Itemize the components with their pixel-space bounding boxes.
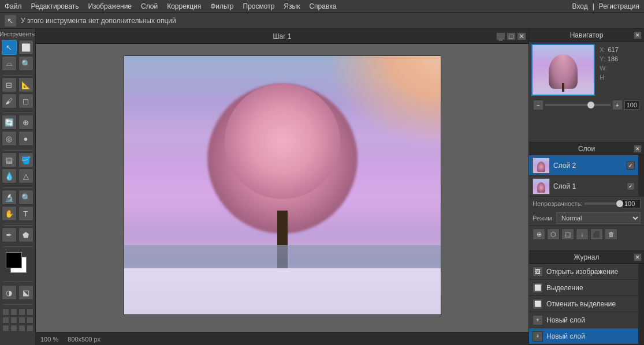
navigator-close[interactable]: ✕ — [634, 31, 642, 39]
x-label: X: — [600, 46, 605, 53]
mode-controls: Режим: Normal Multiply Screen Overlay — [529, 211, 644, 226]
journal-icon-1: 🖼 — [533, 267, 543, 277]
mode-sq-8[interactable] — [27, 317, 33, 324]
tool-screen[interactable]: ⬕ — [18, 285, 33, 300]
journal-text-1: Открыть изображение — [546, 268, 618, 276]
layer-row-1[interactable]: Слой 1 ✓ — [529, 176, 638, 197]
menu-image[interactable]: Изображение — [83, 1, 136, 12]
layers-title: Слои — [578, 145, 595, 153]
journal-icon-3: ⬜ — [533, 299, 543, 309]
menu-help[interactable]: Справка — [304, 1, 341, 12]
tool-burn[interactable]: ● — [18, 131, 33, 146]
tool-shape[interactable]: ⬟ — [18, 227, 33, 242]
toolbox-label: Инструменты — [0, 31, 36, 38]
tool-move[interactable]: ↖ — [2, 40, 17, 55]
tool-lasso[interactable]: ⌓ — [2, 56, 17, 71]
tool-pen[interactable]: ✒ — [2, 227, 17, 242]
tool-eyedropper[interactable]: 🔬 — [2, 190, 17, 205]
mode-sq-1[interactable] — [2, 309, 9, 316]
tool-sharpen[interactable]: △ — [18, 168, 33, 183]
menu-file[interactable]: Файл — [0, 1, 27, 12]
tool-mask[interactable]: ◑ — [2, 285, 17, 300]
layer-1-visibility[interactable]: ✓ — [627, 182, 635, 190]
zoom-percent[interactable]: 100 — [624, 100, 639, 110]
tool-gradient[interactable]: ▤ — [2, 152, 17, 167]
mode-sq-6[interactable] — [10, 317, 17, 324]
layers-btn-6[interactable]: 🗑 — [605, 228, 617, 240]
tool-zoom[interactable]: 🔍 — [18, 190, 33, 205]
journal-item-4[interactable]: + Новый слой — [529, 312, 638, 328]
journal-item-2[interactable]: ⬜ Выделение — [529, 280, 638, 296]
mode-sq-3[interactable] — [18, 309, 25, 316]
layer-2-thumb — [533, 158, 550, 174]
tool-brush[interactable]: 🖌 — [2, 93, 17, 108]
tool-zoom-select[interactable]: 🔍 — [18, 56, 33, 71]
tool-clone[interactable]: 🔄 — [2, 115, 17, 130]
menu-language[interactable]: Язык — [279, 1, 304, 12]
canvas-maximize-btn[interactable]: □ — [507, 32, 516, 40]
tool-heal[interactable]: ⊕ — [18, 115, 33, 130]
journal-scrollbar[interactable] — [638, 264, 644, 344]
layers-close[interactable]: ✕ — [634, 145, 642, 153]
tool-blur[interactable]: 💧 — [2, 168, 17, 183]
tool-measure[interactable]: 📐 — [18, 77, 33, 92]
mode-sq-7[interactable] — [18, 317, 25, 324]
tool-text[interactable]: T — [18, 206, 33, 221]
menu-filter[interactable]: Фильтр — [206, 1, 238, 12]
layer-2-visibility[interactable]: ✓ — [627, 162, 635, 170]
tool-dodge[interactable]: ◎ — [2, 131, 17, 146]
layer-row-2[interactable]: Слой 2 ✓ — [529, 155, 638, 176]
journal-text-3: Отменить выделение — [546, 300, 616, 308]
mode-label: Режим: — [533, 215, 554, 222]
login-link[interactable]: Вход — [572, 2, 588, 10]
layers-btn-1[interactable]: ⊕ — [533, 228, 545, 240]
canvas-close-btn[interactable]: ✕ — [517, 32, 526, 40]
navigator-thumbnail — [531, 44, 595, 96]
zoom-out-icon[interactable]: − — [534, 100, 543, 110]
journal-close[interactable]: ✕ — [634, 253, 642, 261]
navigator-panel: Навигатор ✕ X: 617 Y: — [529, 29, 644, 142]
y-label: Y: — [600, 55, 605, 62]
tool-hand[interactable]: ✋ — [2, 206, 17, 221]
menu-edit[interactable]: Редактировать — [27, 1, 84, 12]
menu-layer[interactable]: Слой — [136, 1, 162, 12]
zoom-in-icon[interactable]: + — [613, 100, 622, 110]
w-label: W: — [600, 65, 607, 72]
mode-sq-2[interactable] — [10, 309, 17, 316]
layers-btn-4[interactable]: ↓ — [576, 228, 589, 240]
mode-sq-5[interactable] — [2, 317, 9, 324]
layers-btn-3[interactable]: ◱ — [561, 228, 574, 240]
menu-view[interactable]: Просмотр — [239, 1, 280, 12]
menu-separator: | — [593, 2, 594, 10]
layers-btn-2[interactable]: ⬡ — [547, 228, 560, 240]
tool-bucket[interactable]: 🪣 — [18, 152, 33, 167]
layers-scrollbar[interactable] — [638, 155, 644, 197]
menu-bar: Файл Редактировать Изображение Слой Корр… — [0, 0, 644, 13]
canvas-minimize-btn[interactable]: _ — [496, 32, 505, 40]
mode-sq-4[interactable] — [27, 309, 33, 316]
opacity-value[interactable]: 100 — [622, 199, 641, 208]
journal-item-5[interactable]: + Новый слой — [529, 328, 638, 344]
mode-sq-9[interactable] — [2, 325, 9, 332]
opacity-label: Непрозрачность: — [533, 200, 582, 207]
tool-crop[interactable]: ⊟ — [2, 77, 17, 92]
tool-select[interactable]: ⬜ — [18, 40, 33, 55]
layers-btn-5[interactable]: ⬛ — [590, 228, 603, 240]
mode-sq-12[interactable] — [27, 325, 33, 332]
register-link[interactable]: Регистрация — [599, 2, 639, 10]
journal-item-1[interactable]: 🖼 Открыть изображение — [529, 264, 638, 280]
journal-icon-5: + — [533, 331, 543, 342]
zoom-slider[interactable] — [545, 104, 611, 106]
opacity-slider[interactable] — [585, 202, 620, 205]
canvas-statusbar: 100 % 800x500 px — [36, 332, 528, 345]
tool-eraser[interactable]: ◻ — [18, 93, 33, 108]
canvas-title-bar: Шаг 1 _ □ ✕ — [36, 29, 528, 44]
mode-sq-11[interactable] — [18, 325, 25, 332]
menu-correction[interactable]: Коррекция — [162, 1, 206, 12]
journal-item-3[interactable]: ⬜ Отменить выделение — [529, 296, 638, 312]
canvas-scroll[interactable] — [36, 44, 528, 332]
opacity-controls: Непрозрачность: 100 — [529, 197, 644, 211]
blend-mode-select[interactable]: Normal Multiply Screen Overlay — [556, 212, 641, 224]
mode-sq-10[interactable] — [10, 325, 17, 332]
foreground-color[interactable] — [6, 252, 22, 268]
